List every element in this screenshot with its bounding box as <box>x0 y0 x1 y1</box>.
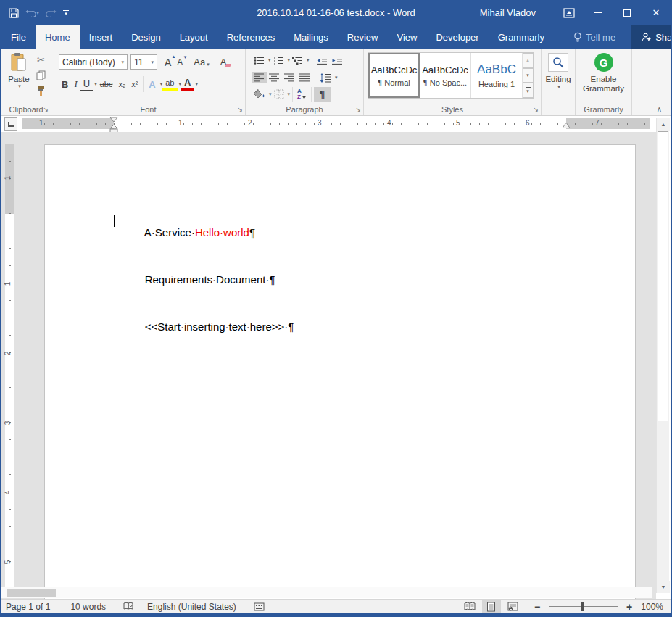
page-indicator[interactable]: Page 1 of 1 <box>6 602 50 612</box>
numbered-list-button[interactable] <box>271 54 286 67</box>
shrink-font-button[interactable]: A▾ <box>174 57 186 68</box>
font-name-select[interactable]: Calibri (Body)▾ <box>59 54 128 70</box>
horizontal-ruler[interactable]: 1 1 2 3 4 5 6 7 <box>22 118 650 129</box>
superscript-button[interactable]: x² <box>128 79 141 89</box>
vertical-scrollbar-thumb[interactable] <box>658 131 668 421</box>
read-mode-button[interactable] <box>460 600 479 613</box>
editing-dropdown-icon[interactable]: ▾ <box>557 84 560 90</box>
strikethrough-button[interactable]: abc <box>97 79 116 89</box>
share-button[interactable]: Share <box>631 25 672 49</box>
vertical-ruler[interactable]: 1 1 2 3 4 5 <box>5 144 14 587</box>
zoom-level[interactable]: 100% <box>641 602 663 612</box>
multilevel-list-button[interactable] <box>290 54 305 67</box>
styles-scroll-up-icon[interactable]: ▴ <box>523 53 534 68</box>
sort-button[interactable]: AZ <box>295 87 309 102</box>
styles-dialog-launcher-icon[interactable]: ↘ <box>533 107 539 113</box>
right-indent-marker[interactable] <box>562 123 571 129</box>
styles-more-icon[interactable]: ▾ <box>523 83 534 98</box>
web-layout-button[interactable] <box>504 600 523 613</box>
tab-home[interactable]: Home <box>36 25 80 49</box>
scroll-up-icon[interactable]: ▲ <box>657 118 670 131</box>
tab-developer[interactable]: Developer <box>426 25 488 49</box>
cut-icon[interactable]: ✂ <box>37 54 45 65</box>
align-right-button[interactable] <box>282 72 297 83</box>
pilcrow-mark: ¶ <box>288 320 294 333</box>
document-text[interactable]: A·Service·Hello·world¶ Requirements·Docu… <box>115 215 294 357</box>
tab-review[interactable]: Review <box>338 25 388 49</box>
line-spacing-dropdown-icon[interactable]: ▾ <box>335 75 338 80</box>
chevron-down-icon: ▾ <box>121 59 124 65</box>
macro-icon[interactable] <box>254 602 265 611</box>
styles-scroll-down-icon[interactable]: ▾ <box>523 68 534 83</box>
tab-references[interactable]: References <box>217 25 284 49</box>
zoom-out-button[interactable]: − <box>531 601 543 613</box>
scroll-down-icon[interactable]: ▼ <box>657 581 670 593</box>
tab-stop-selector[interactable] <box>4 117 17 131</box>
style-normal[interactable]: AaBbCcDc ¶ Normal <box>368 53 420 98</box>
enable-grammarly-button[interactable]: G EnableGrammarly <box>576 53 631 94</box>
tab-layout[interactable]: Layout <box>170 25 217 49</box>
horizontal-scrollbar-thumb[interactable] <box>7 589 56 597</box>
justify-button[interactable] <box>297 72 312 83</box>
grow-font-button[interactable]: A▴ <box>162 56 174 69</box>
eraser-icon <box>225 64 232 67</box>
font-color-dropdown-icon[interactable]: ▾ <box>195 81 198 87</box>
bullet-list-button[interactable] <box>252 54 267 67</box>
show-hide-marks-button[interactable]: ¶ <box>314 87 331 102</box>
clear-formatting-button[interactable]: A <box>217 56 230 68</box>
clipboard-dialog-launcher-icon[interactable]: ↘ <box>43 107 49 113</box>
align-left-button[interactable] <box>252 72 267 83</box>
borders-button[interactable] <box>272 88 286 101</box>
paragraph-dialog-launcher-icon[interactable]: ↘ <box>355 107 361 113</box>
close-button[interactable]: ✕ <box>642 0 671 25</box>
format-painter-icon[interactable] <box>36 86 46 96</box>
align-center-button[interactable] <box>267 72 282 83</box>
editing-button[interactable]: Editing ▾ <box>542 53 575 90</box>
print-layout-button[interactable] <box>482 600 501 613</box>
subscript-button[interactable]: x₂ <box>115 79 128 89</box>
word-count[interactable]: 10 words <box>70 602 106 612</box>
ruler-band: 1 1 2 3 4 5 6 7 <box>1 116 656 132</box>
tab-view[interactable]: View <box>387 25 426 49</box>
font-color-button[interactable]: A <box>181 78 194 91</box>
style-heading1[interactable]: AaBbC Heading 1 <box>471 53 523 98</box>
maximize-button[interactable] <box>613 0 642 25</box>
font-size-select[interactable]: 11▾ <box>130 54 157 70</box>
collapse-ribbon-icon[interactable]: ∧ <box>657 105 662 113</box>
language-indicator[interactable]: English (United States) <box>147 602 236 612</box>
style-no-spacing[interactable]: AaBbCcDc ¶ No Spac... <box>420 53 471 98</box>
horizontal-scrollbar[interactable] <box>1 587 652 598</box>
highlight-color-button[interactable]: ab <box>162 78 177 91</box>
decrease-indent-button[interactable] <box>315 54 330 67</box>
document-page[interactable]: A·Service·Hello·world¶ Requirements·Docu… <box>44 144 636 599</box>
bold-button[interactable]: B <box>59 78 71 91</box>
italic-button[interactable]: I <box>71 78 80 91</box>
tab-grammarly[interactable]: Grammarly <box>489 25 554 49</box>
minimize-button[interactable] <box>584 0 613 25</box>
tab-design[interactable]: Design <box>122 25 170 49</box>
copy-icon[interactable] <box>36 70 46 80</box>
user-name[interactable]: Mihail Vladov <box>480 7 536 18</box>
borders-dropdown-icon[interactable]: ▾ <box>288 91 291 97</box>
tab-mailings[interactable]: Mailings <box>284 25 338 49</box>
paste-button[interactable]: Paste ▾ <box>5 52 33 100</box>
zoom-in-button[interactable]: + <box>623 601 635 613</box>
multilevel-dropdown-icon[interactable]: ▾ <box>307 57 310 63</box>
underline-button[interactable]: U <box>80 78 93 91</box>
increase-indent-button[interactable] <box>330 54 345 67</box>
zoom-slider-thumb[interactable] <box>581 602 584 611</box>
change-case-button[interactable]: Aa▾ <box>191 56 212 68</box>
line-spacing-button[interactable] <box>318 72 333 84</box>
proofing-status-icon[interactable] <box>123 602 134 611</box>
paste-dropdown-icon[interactable]: ▾ <box>18 83 21 89</box>
zoom-slider[interactable] <box>549 600 618 613</box>
shading-button[interactable] <box>252 88 267 101</box>
styles-group-label: Styles <box>364 105 541 114</box>
vertical-scrollbar[interactable]: ▲ ▼ <box>656 118 669 593</box>
text-effects-button[interactable]: A <box>146 78 158 91</box>
tab-file[interactable]: File <box>1 25 36 49</box>
tab-insert[interactable]: Insert <box>80 25 123 49</box>
font-dialog-launcher-icon[interactable]: ↘ <box>237 107 243 113</box>
tab-tell-me[interactable]: Tell me <box>564 25 625 49</box>
ribbon-display-options-icon[interactable] <box>555 0 584 25</box>
